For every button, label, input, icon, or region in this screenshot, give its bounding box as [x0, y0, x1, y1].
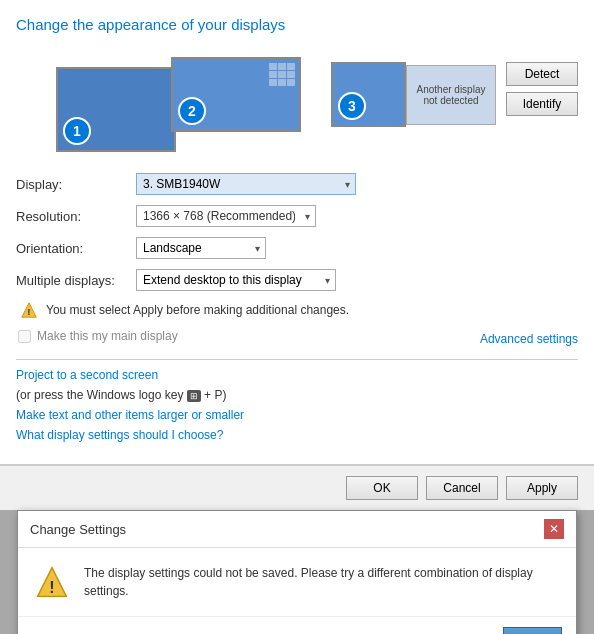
display-control: 3. SMB1940W	[136, 173, 578, 195]
plus-p-text: + P)	[204, 388, 226, 402]
separator	[16, 359, 578, 360]
advanced-settings-link[interactable]: Advanced settings	[480, 332, 578, 346]
main-display-label: Make this my main display	[37, 329, 178, 343]
orientation-row: Orientation: Landscape	[16, 237, 578, 259]
orientation-control: Landscape	[136, 237, 578, 259]
monitor-grid	[269, 63, 295, 86]
dialog-footer: OK	[18, 616, 576, 634]
resolution-select[interactable]: 1366 × 768 (Recommended)	[136, 205, 316, 227]
change-settings-dialog: Change Settings ✕ ! The display settings…	[17, 510, 577, 634]
dialog-body: ! The display settings could not be save…	[18, 548, 576, 616]
detect-button[interactable]: Detect	[506, 62, 578, 86]
dialog-warning-icon: !	[34, 564, 70, 600]
dialog-titlebar: Change Settings ✕	[18, 511, 576, 548]
page-title: Change the appearance of your displays	[16, 16, 578, 33]
resolution-control: 1366 × 768 (Recommended)	[136, 205, 578, 227]
multiple-displays-row: Multiple displays: Extend desktop to thi…	[16, 269, 578, 291]
main-display-checkbox[interactable]	[18, 330, 31, 343]
project-second-screen-link[interactable]: Project to a second screen	[16, 368, 578, 382]
cancel-button[interactable]: Cancel	[426, 476, 498, 500]
text-size-link[interactable]: Make text and other items larger or smal…	[16, 408, 578, 422]
button-bar: OK Cancel Apply	[0, 465, 594, 510]
ok-button[interactable]: OK	[346, 476, 418, 500]
resolution-label: Resolution:	[16, 209, 136, 224]
multiple-displays-select-wrapper: Extend desktop to this display	[136, 269, 336, 291]
warning-text: You must select Apply before making addi…	[46, 303, 349, 317]
display-row: Display: 3. SMB1940W	[16, 173, 578, 195]
orientation-label: Orientation:	[16, 241, 136, 256]
warning-row: ! You must select Apply before making ad…	[20, 301, 578, 319]
not-detected-display: Another display not detected	[406, 65, 496, 125]
project-screen-row: Project to a second screen (or press the…	[16, 368, 578, 402]
detect-identify-group: Detect Identify	[506, 62, 578, 116]
windows-key-text: (or press the Windows logo key	[16, 388, 187, 402]
multiple-displays-select[interactable]: Extend desktop to this display	[136, 269, 336, 291]
resolution-row: Resolution: 1366 × 768 (Recommended)	[16, 205, 578, 227]
display-select[interactable]: 3. SMB1940W	[136, 173, 356, 195]
dialog-title: Change Settings	[30, 522, 126, 537]
resolution-select-wrapper: 1366 × 768 (Recommended)	[136, 205, 316, 227]
multiple-displays-control: Extend desktop to this display	[136, 269, 578, 291]
apply-button[interactable]: Apply	[506, 476, 578, 500]
monitor-1-badge: 1	[63, 117, 91, 145]
warning-icon: !	[20, 301, 38, 319]
links-section: Project to a second screen (or press the…	[16, 368, 578, 442]
display-label: Display:	[16, 177, 136, 192]
display-visualization: 1 2 3 Another display not detected Detec…	[16, 47, 578, 157]
dialog-close-button[interactable]: ✕	[544, 519, 564, 539]
dialog-message: The display settings could not be saved.…	[84, 564, 560, 600]
dialog-ok-button[interactable]: OK	[503, 627, 562, 634]
orientation-select-wrapper: Landscape	[136, 237, 266, 259]
monitor-2-badge: 2	[178, 97, 206, 125]
multiple-displays-label: Multiple displays:	[16, 273, 136, 288]
windows-key-icon: ⊞	[187, 390, 201, 402]
monitor-3[interactable]: 3	[331, 62, 406, 127]
orientation-select[interactable]: Landscape	[136, 237, 266, 259]
svg-text:!: !	[27, 306, 30, 317]
display-settings-link[interactable]: What display settings should I choose?	[16, 428, 578, 442]
display-select-wrapper: 3. SMB1940W	[136, 173, 356, 195]
dialog-overlay: Change Settings ✕ ! The display settings…	[0, 510, 594, 634]
monitor-3-badge: 3	[338, 92, 366, 120]
svg-text:!: !	[49, 578, 54, 596]
identify-button[interactable]: Identify	[506, 92, 578, 116]
monitor-2[interactable]: 2	[171, 57, 301, 132]
monitor-1[interactable]: 1	[56, 67, 176, 152]
main-display-checkbox-row: Make this my main display	[18, 329, 178, 343]
